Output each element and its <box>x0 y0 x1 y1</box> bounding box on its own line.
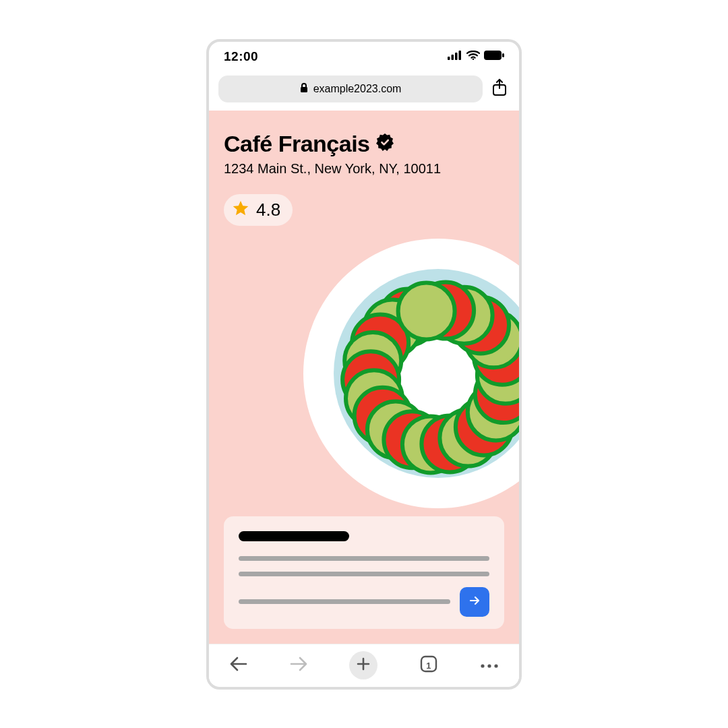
page-content: Café Français 1234 Main St., New York, N… <box>209 111 519 644</box>
nav-more-button[interactable] <box>480 659 499 671</box>
svg-rect-6 <box>502 53 504 57</box>
nav-tabs-button[interactable]: 1 <box>419 655 439 675</box>
browser-url-row: example2023.com <box>209 71 519 111</box>
more-icon <box>480 659 499 671</box>
listing-header: Café Français 1234 Main St., New York, N… <box>209 111 519 177</box>
browser-nav: 1 <box>209 644 519 687</box>
star-icon <box>232 200 249 220</box>
svg-rect-1 <box>452 55 454 60</box>
status-time: 12:00 <box>224 49 258 64</box>
svg-point-36 <box>487 664 491 667</box>
status-bar: 12:00 <box>209 42 519 71</box>
card-text-line <box>239 599 450 604</box>
cta-button[interactable] <box>460 587 489 617</box>
svg-rect-5 <box>484 51 502 60</box>
wifi-icon <box>466 51 480 63</box>
plus-icon <box>357 657 370 673</box>
svg-rect-7 <box>301 87 307 92</box>
nav-back-button[interactable] <box>229 656 248 675</box>
svg-point-35 <box>481 664 484 667</box>
listing-title: Café Français <box>224 131 370 157</box>
share-icon <box>492 79 507 99</box>
card-text-line <box>239 572 489 576</box>
url-bar[interactable]: example2023.com <box>218 75 483 102</box>
svg-rect-3 <box>459 51 462 60</box>
arrow-right-icon <box>468 595 481 609</box>
status-indicators <box>448 51 504 63</box>
verified-badge-icon <box>375 133 394 154</box>
arrow-right-icon <box>289 663 308 674</box>
arrow-left-icon <box>229 663 248 674</box>
card-heading-placeholder <box>239 531 349 541</box>
nav-new-tab-button[interactable] <box>349 651 377 679</box>
food-illustration <box>297 232 519 518</box>
rating-badge: 4.8 <box>224 194 293 226</box>
nav-forward-button[interactable] <box>289 656 308 675</box>
listing-address: 1234 Main St., New York, NY, 10011 <box>224 161 504 177</box>
signal-icon <box>448 51 462 63</box>
info-card <box>224 516 504 629</box>
rating-value: 4.8 <box>256 200 280 220</box>
url-text: example2023.com <box>313 83 402 95</box>
svg-point-4 <box>473 58 474 59</box>
share-button[interactable] <box>489 79 510 99</box>
battery-icon <box>484 51 504 63</box>
svg-point-37 <box>494 664 497 667</box>
svg-rect-2 <box>455 53 458 60</box>
svg-rect-0 <box>448 57 450 60</box>
svg-point-33 <box>398 282 455 339</box>
phone-frame: 12:00 <box>206 39 522 690</box>
tab-count: 1 <box>426 661 431 671</box>
card-text-line <box>239 556 489 561</box>
lock-icon <box>300 83 308 95</box>
